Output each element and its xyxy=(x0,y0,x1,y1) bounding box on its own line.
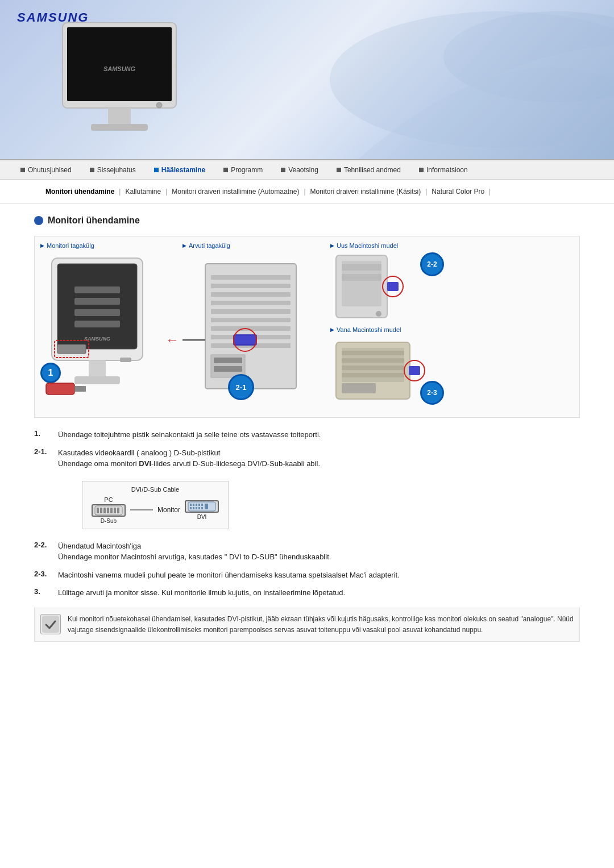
svg-rect-65 xyxy=(198,504,200,506)
svg-rect-25 xyxy=(211,292,291,297)
nav-item-programm[interactable]: Programm xyxy=(214,166,272,174)
cable-diagram-title: DVI/D-Sub Cable xyxy=(92,486,219,493)
svg-rect-21 xyxy=(74,386,86,392)
instruction-item-3: 3. Lülitage arvuti ja monitor sisse. Kui… xyxy=(34,587,580,599)
instruction-item-22: 2-2. Ühendatud Macintosh'iga Ühendage mo… xyxy=(34,541,580,563)
nav-bullet-active xyxy=(154,168,159,172)
svg-rect-68 xyxy=(193,507,194,509)
svg-rect-52 xyxy=(409,366,420,375)
svg-point-7 xyxy=(156,102,162,108)
nav-item-informatsioon[interactable]: Informatsioon xyxy=(410,166,477,174)
nav-bullet xyxy=(281,168,285,172)
section-title-text: Monitori ühendamine xyxy=(48,215,140,226)
instruction-text-22: Ühendatud Macintosh'iga Ühendage monitor… xyxy=(58,541,580,563)
instruction-num-23: 2-3. xyxy=(34,570,51,578)
instruction-item-1: 1. Ühendage toitejuhtme pistik seinakont… xyxy=(34,429,580,441)
mac-new-label: Uus Macintoshi mudel xyxy=(330,242,574,249)
dvi-label: DVI xyxy=(197,514,207,520)
breadcrumb-item-0[interactable]: Monitori ühendamine xyxy=(45,188,114,196)
monitor-label-cable: Monitor xyxy=(157,506,180,514)
nav-item-veaotsing[interactable]: Veaotsing xyxy=(272,166,327,174)
nav-item-sissejuhatus[interactable]: Sissejuhatus xyxy=(81,166,145,174)
instruction-num-3: 3. xyxy=(34,587,51,596)
mac-old-label: Vana Macintoshi mudel xyxy=(330,326,574,333)
badge-22: 2-2 xyxy=(420,252,444,276)
pc-back-image: 2-1 ← xyxy=(182,252,319,412)
svg-rect-39 xyxy=(342,264,381,271)
svg-point-41 xyxy=(376,311,381,317)
instruction-text-1: Ühendage toitejuhtme pistik seinakontakt… xyxy=(58,429,580,441)
svg-rect-4 xyxy=(108,108,131,125)
monitor-port: DVI xyxy=(185,500,219,520)
svg-rect-26 xyxy=(211,301,291,305)
svg-rect-17 xyxy=(120,358,131,362)
pc-back-label: Arvuti tagakülg xyxy=(182,242,230,249)
badge-23: 2-3 xyxy=(420,381,444,405)
dsub-connector-svg xyxy=(94,505,123,516)
nav-bullet xyxy=(419,168,424,172)
cable-diagram-wrapper: DVI/D-Sub Cable PC xyxy=(59,476,580,534)
mac-new-section: Uus Macintoshi mudel xyxy=(330,242,574,321)
mac-old-section: Vana Macintoshi mudel xyxy=(330,326,574,405)
svg-rect-34 xyxy=(214,366,242,372)
svg-rect-20 xyxy=(46,383,74,394)
svg-rect-57 xyxy=(107,508,109,513)
instruction-item-21: 2-1. Kasutades videokaardil ( analoog ) … xyxy=(34,447,580,470)
svg-rect-62 xyxy=(190,504,192,506)
svg-rect-11 xyxy=(74,298,120,305)
svg-rect-70 xyxy=(198,507,200,509)
wave-decoration xyxy=(273,0,614,159)
nav-bullet xyxy=(20,168,25,172)
arrow-left: ← xyxy=(165,332,179,348)
instruction-text-3: Lülitage arvuti ja monitor sisse. Kui mo… xyxy=(58,587,580,599)
note-box: Kui monitori nõuetekohasel ühendamisel, … xyxy=(34,608,580,642)
nav-item-ohutusjuhised[interactable]: Ohutusjuhised xyxy=(11,166,81,174)
cable-diagram: DVI/D-Sub Cable PC xyxy=(82,481,229,529)
svg-rect-73 xyxy=(42,616,59,633)
svg-rect-60 xyxy=(117,508,119,513)
svg-rect-50 xyxy=(342,383,376,393)
breadcrumb-item-4[interactable]: Natural Color Pro xyxy=(432,188,484,196)
svg-rect-46 xyxy=(342,351,404,355)
instruction-text-21: Kasutades videokaardil ( analoog ) D-Sub… xyxy=(58,447,580,470)
instructions-list: 1. Ühendage toitejuhtme pistik seinakont… xyxy=(34,429,580,599)
breadcrumb-item-3[interactable]: Monitori draiveri installimine (Käsitsi) xyxy=(310,188,421,196)
svg-rect-23 xyxy=(211,275,291,280)
cable-row: PC xyxy=(92,496,219,524)
svg-rect-10 xyxy=(74,286,120,293)
instruction-num-22: 2-2. xyxy=(34,541,51,549)
breadcrumb: Monitori ühendamine | Kallutamine | Moni… xyxy=(0,180,614,204)
mac-new-image: 2-2 xyxy=(330,252,444,321)
svg-rect-63 xyxy=(193,504,194,506)
svg-rect-54 xyxy=(97,508,99,513)
svg-rect-58 xyxy=(110,508,113,513)
svg-rect-71 xyxy=(201,507,203,509)
dvi-connector-svg xyxy=(188,501,216,512)
main-content: Monitori ühendamine Monitori tagakülg xyxy=(0,204,614,665)
breadcrumb-item-1[interactable]: Kallutamine xyxy=(125,188,161,196)
nav-item-haalestamine[interactable]: Häälestamine xyxy=(145,166,214,174)
nav-bar: Ohutusjuhised Sissejuhatus Häälestamine … xyxy=(0,159,614,180)
badge-number-22: 2-2 xyxy=(420,252,444,276)
mac-old-image: 2-3 xyxy=(330,337,444,405)
svg-rect-28 xyxy=(211,318,291,322)
svg-rect-59 xyxy=(114,508,116,513)
section-title: Monitori ühendamine xyxy=(34,215,580,226)
svg-rect-67 xyxy=(190,507,192,509)
svg-rect-66 xyxy=(201,504,203,506)
monitor-back-image: SAMSUNG 1 xyxy=(40,252,165,400)
pc-connector xyxy=(92,504,126,517)
svg-rect-3 xyxy=(67,27,172,101)
svg-text:SAMSUNG: SAMSUNG xyxy=(103,65,136,72)
pc-label: PC xyxy=(104,496,113,503)
breadcrumb-item-2[interactable]: Monitori draiveri installimine (Automaat… xyxy=(172,188,299,196)
note-icon xyxy=(40,614,61,634)
svg-rect-69 xyxy=(196,507,197,509)
diagram-area: Monitori tagakülg SAMSUNG xyxy=(34,236,580,418)
banner-monitor-image: SAMSUNG xyxy=(45,17,205,142)
svg-rect-49 xyxy=(342,373,404,377)
nav-item-tehnilised[interactable]: Tehnilised andmed xyxy=(327,166,410,174)
nav-bullet xyxy=(223,168,228,172)
svg-rect-27 xyxy=(211,309,291,314)
svg-rect-35 xyxy=(234,335,256,345)
